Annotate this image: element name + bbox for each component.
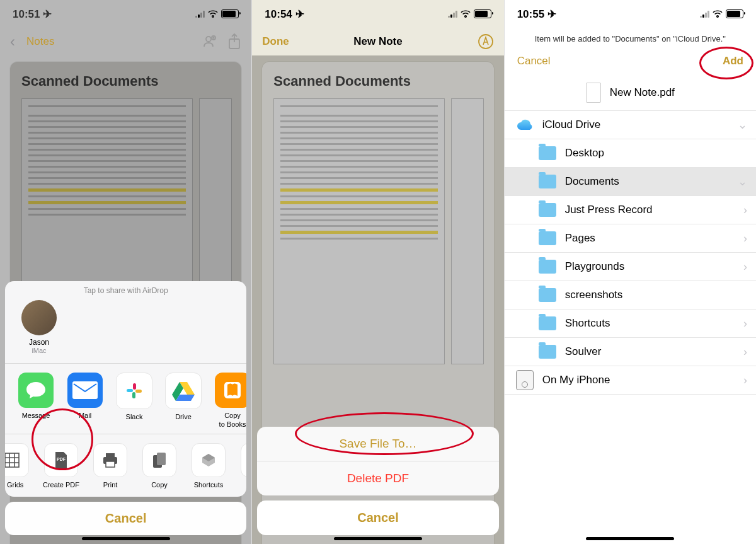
add-button[interactable]: Add (723, 55, 743, 67)
share-app-label: Copyto Books (208, 412, 246, 428)
message-icon (18, 373, 54, 408)
status-time: 10:55 (517, 8, 544, 20)
svg-rect-6 (135, 390, 142, 393)
folder-row-documents[interactable]: Documents⌄ (505, 168, 756, 196)
folder-row-screenshots[interactable]: screenshots (505, 281, 756, 310)
folder-list: iCloud Drive⌄DesktopDocuments⌄Just Press… (505, 110, 756, 395)
action-sheet: Save File To… Delete PDF Cancel (257, 427, 498, 535)
markup-icon[interactable] (478, 33, 494, 50)
action-label: Save (233, 481, 246, 489)
folder-icon (539, 316, 556, 330)
save-icon (241, 443, 246, 477)
share-icon[interactable] (227, 33, 241, 50)
mail-icon (67, 373, 103, 408)
folder-label: On My iPhone (542, 374, 610, 386)
folder-label: Soulver (565, 345, 602, 358)
status-bar: 10:51 ✈︎ (0, 0, 251, 28)
action-create-pdf[interactable]: PDFCreate PDF (37, 443, 86, 489)
folder-row-soulver[interactable]: Soulver› (505, 338, 756, 366)
wifi-icon (208, 10, 218, 18)
share-app-label: Drive (159, 413, 208, 421)
folder-row-on-my-iphone[interactable]: On My iPhone› (505, 366, 756, 395)
share-app-copy-to-books[interactable]: Copyto Books (208, 373, 246, 428)
person-add-icon[interactable] (202, 34, 217, 49)
cancel-button[interactable]: Cancel (257, 501, 498, 535)
share-app-label: Mail (60, 412, 110, 420)
folder-label: Pages (565, 232, 595, 245)
folder-row-shortcuts[interactable]: Shortcuts› (505, 310, 756, 338)
action-print[interactable]: Print (86, 443, 135, 489)
folder-icon (539, 288, 556, 302)
chevron-right-icon: › (743, 374, 747, 387)
action-save[interactable]: Save (233, 443, 246, 489)
action-label: Create PDF (37, 481, 86, 489)
folder-row-pages[interactable]: Pages› (505, 224, 756, 253)
status-time: 10:54 (265, 8, 292, 20)
svg-rect-3 (72, 381, 98, 399)
folder-label: Desktop (565, 147, 604, 159)
chevron-left-icon: ‹ (10, 33, 15, 50)
airdrop-hint: Tap to share with AirDrop (5, 281, 246, 296)
folder-row-just-press-record[interactable]: Just Press Record› (505, 196, 756, 224)
nav-header: Done New Note (252, 28, 503, 55)
home-indicator (82, 537, 170, 540)
share-app-label: Message (11, 412, 60, 420)
share-app-drive[interactable]: Drive (159, 373, 208, 428)
folder-row-desktop[interactable]: Desktop (505, 139, 756, 168)
folder-icon (539, 203, 556, 217)
shortcuts-icon (192, 443, 226, 477)
cancel-button[interactable]: Cancel (517, 55, 551, 67)
chevron-down-icon: ⌄ (738, 118, 747, 132)
folder-label: iCloud Drive (542, 119, 601, 131)
share-app-slack[interactable]: Slack (110, 373, 159, 428)
share-app-label: Slack (110, 413, 159, 421)
chevron-down-icon: ⌄ (738, 175, 747, 188)
status-time: 10:51 (13, 8, 40, 20)
action-copy[interactable]: Copy (135, 443, 184, 489)
folder-label: Just Press Record (565, 204, 653, 216)
folder-row-playgrounds[interactable]: Playgrounds› (505, 253, 756, 281)
svg-rect-9 (5, 453, 19, 467)
svg-rect-5 (132, 392, 135, 398)
icloud-icon (516, 119, 534, 131)
done-button[interactable]: Done (262, 35, 289, 48)
airdrop-recipient[interactable]: Jason iMac (16, 300, 62, 354)
share-app-mail[interactable]: Mail (60, 373, 110, 428)
back-button[interactable]: ‹ Notes (10, 33, 54, 50)
action-label: & Grids (5, 481, 37, 489)
save-file-to-button[interactable]: Save File To… (257, 427, 498, 461)
svg-rect-15 (157, 453, 166, 465)
folder-icon (539, 260, 556, 274)
cancel-button[interactable]: Cancel (5, 502, 246, 535)
folder-row-icloud-drive[interactable]: iCloud Drive⌄ (505, 111, 756, 139)
iphone-icon (516, 370, 534, 390)
folder-icon (539, 175, 556, 188)
wifi-icon (713, 10, 723, 18)
recipient-name: Jason (16, 338, 62, 347)
folder-label: Shortcuts (565, 317, 610, 330)
copy-icon (142, 443, 176, 477)
battery-icon (221, 9, 239, 18)
action-shortcuts[interactable]: Shortcuts (184, 443, 233, 489)
file-row: New Note.pdf (505, 72, 756, 110)
folder-icon (539, 231, 556, 245)
folder-label: Documents (565, 175, 619, 188)
slack-icon (116, 373, 152, 409)
share-app-message[interactable]: Message (11, 373, 60, 428)
svg-text:PDF: PDF (57, 457, 66, 461)
back-label: Notes (26, 35, 54, 48)
action-label: Print (86, 481, 135, 489)
action-label: Shortcuts (184, 481, 233, 489)
svg-point-0 (206, 37, 211, 42)
delete-pdf-button[interactable]: Delete PDF (257, 461, 498, 495)
page-title: New Note (252, 35, 503, 48)
drive-icon (165, 373, 202, 409)
battery-icon (474, 9, 491, 18)
status-bar: 10:54 ✈︎ (252, 0, 503, 28)
action--grids[interactable]: & Grids (5, 443, 37, 489)
chevron-right-icon: › (743, 232, 747, 245)
recipient-device: iMac (16, 347, 62, 354)
chevron-right-icon: › (743, 317, 747, 330)
wifi-icon (461, 10, 471, 18)
panel-share-sheet: ‹ Notes Scanned Documents (0, 0, 252, 544)
